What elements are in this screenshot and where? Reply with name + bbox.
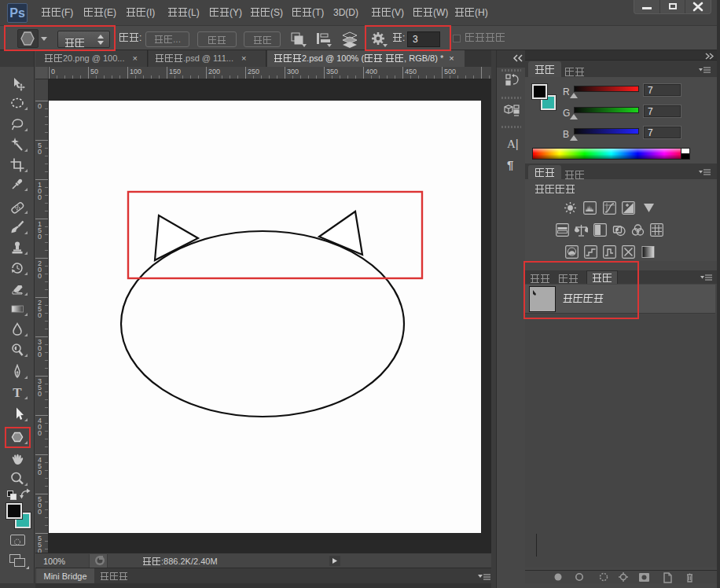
svg-text:T: T [13,385,22,400]
